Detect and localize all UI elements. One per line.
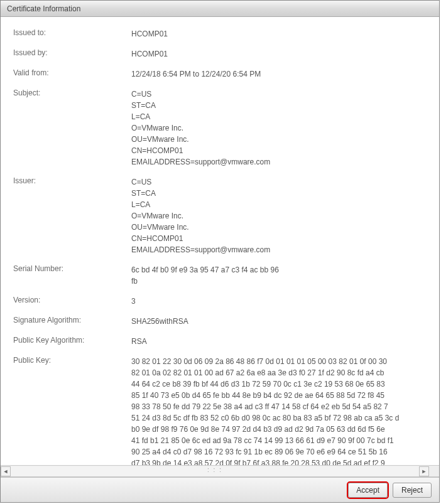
scroll-left-arrow[interactable]: ◄ [1, 466, 11, 476]
field-label: Public Key Algorithm: [13, 336, 131, 345]
scroll-track[interactable]: : : : [11, 466, 419, 476]
field-label: Valid from: [13, 68, 131, 77]
field-row: Issued to:HCOMP01 [13, 28, 427, 40]
field-label: Serial Number: [13, 264, 131, 273]
field-row: Issuer:C=US ST=CA L=CA O=VMware Inc. OU=… [13, 176, 427, 255]
scroll-corner [429, 465, 439, 476]
field-row: Subject:C=US ST=CA L=CA O=VMware Inc. OU… [13, 88, 427, 168]
field-row: Valid from:12/24/18 6:54 PM to 12/24/20 … [13, 68, 427, 80]
field-value: SHA256withRSA [131, 316, 427, 327]
field-label: Public Key: [13, 356, 131, 365]
field-label: Version: [13, 296, 131, 304]
field-label: Subject: [13, 88, 131, 97]
field-row: Public Key:30 82 01 22 30 0d 06 09 2a 86… [13, 356, 427, 465]
content-area: Issued to:HCOMP01Issued by:HCOMP01Valid … [1, 17, 439, 477]
field-row: Version:3 [13, 296, 427, 307]
field-row: Public Key Algorithm:RSA [13, 336, 427, 347]
grip-icon: : : : [207, 466, 222, 473]
certificate-dialog: Certificate Information Issued to:HCOMP0… [0, 0, 440, 503]
field-value: 12/24/18 6:54 PM to 12/24/20 6:54 PM [131, 68, 427, 80]
accept-button[interactable]: Accept [348, 483, 388, 498]
field-row: Issued by:HCOMP01 [13, 48, 427, 60]
field-value: RSA [131, 336, 427, 347]
field-value: HCOMP01 [131, 28, 427, 40]
footer-bar: Accept Reject [1, 477, 439, 502]
field-label: Signature Algorithm: [13, 316, 131, 324]
field-row: Serial Number:6c bd 4f b0 9f e9 3a 95 47… [13, 264, 427, 287]
field-value: 30 82 01 22 30 0d 06 09 2a 86 48 86 f7 0… [131, 356, 427, 465]
field-value: C=US ST=CA L=CA O=VMware Inc. OU=VMware … [131, 176, 427, 255]
dialog-title: Certificate Information [7, 4, 80, 13]
vertical-scroll[interactable]: Issued to:HCOMP01Issued by:HCOMP01Valid … [1, 17, 439, 465]
field-value: HCOMP01 [131, 48, 427, 60]
titlebar[interactable]: Certificate Information [1, 1, 439, 17]
field-label: Issued by: [13, 48, 131, 57]
field-value: 6c bd 4f b0 9f e9 3a 95 47 a7 c3 f4 ac b… [131, 264, 427, 287]
horizontal-scrollbar[interactable]: ◄ : : : ► [1, 465, 429, 476]
certificate-fields: Issued to:HCOMP01Issued by:HCOMP01Valid … [1, 17, 439, 465]
field-label: Issuer: [13, 176, 131, 185]
field-value: 3 [131, 296, 427, 307]
field-row: Signature Algorithm:SHA256withRSA [13, 316, 427, 327]
field-value: C=US ST=CA L=CA O=VMware Inc. OU=VMware … [131, 88, 427, 168]
field-label: Issued to: [13, 28, 131, 37]
scroll-right-arrow[interactable]: ► [419, 466, 429, 476]
reject-button[interactable]: Reject [393, 483, 432, 498]
